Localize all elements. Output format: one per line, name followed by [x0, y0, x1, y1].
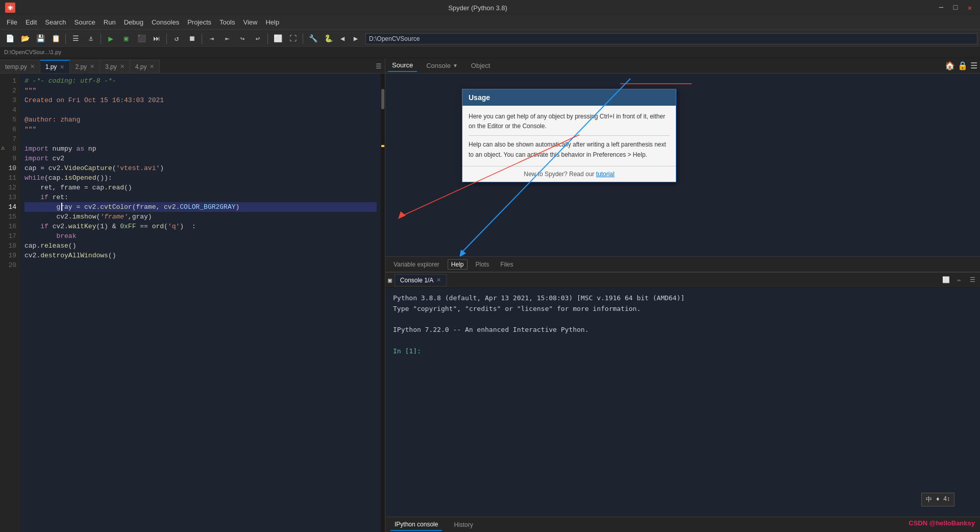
console-menu-btn[interactable]: ☰ — [967, 275, 977, 285]
stop-btn[interactable]: ⏹ — [185, 32, 199, 46]
indent-btn[interactable]: ⇥ — [205, 32, 219, 46]
line-numbers: 1 2 3 4 5 6 7 8 9 10 11 12 13 14 15 16 1… — [0, 74, 20, 532]
menu-projects[interactable]: Projects — [183, 16, 215, 28]
preferences-btn[interactable]: ☰ — [68, 32, 83, 46]
usage-footer: New to Spyder? Read our tutorial — [462, 166, 676, 182]
menu-file[interactable]: File — [3, 16, 21, 28]
open-file-btn[interactable]: 📂 — [18, 32, 32, 46]
run-cell-btn[interactable]: ▣ — [119, 32, 133, 46]
ime-indicator[interactable]: 中 ♦ 4↕ — [921, 493, 954, 506]
ime-chinese[interactable]: 中 — [926, 495, 932, 504]
close-btn[interactable]: ✕ — [965, 4, 975, 12]
code-line-10: cap = cv2.VideoCapture('vtest.avi') — [24, 163, 377, 173]
tab-history[interactable]: History — [450, 519, 477, 530]
save-file-btn[interactable]: 💾 — [33, 32, 47, 46]
ime-diamond[interactable]: ♦ — [936, 495, 939, 504]
tab-console[interactable]: Console ▼ — [422, 60, 462, 71]
run-btn[interactable]: ▶ — [104, 32, 118, 46]
forward-btn[interactable]: ▶ — [350, 33, 362, 45]
right-panel: Source Console ▼ Object 🏠 🔒 ☰ Usage — [385, 58, 980, 532]
menu-view[interactable]: View — [239, 16, 261, 28]
help-tab-bar: Source Console ▼ Object 🏠 🔒 ☰ — [385, 58, 980, 74]
console-tab-close[interactable]: ✕ — [436, 277, 441, 283]
1-py-label: 1.py — [45, 63, 57, 70]
tab-ipython-console[interactable]: IPython console — [390, 519, 442, 531]
spyder-icon-btn[interactable]: 🐍 — [321, 32, 335, 46]
ime-number[interactable]: 4↕ — [943, 495, 950, 504]
tabs-overflow-btn[interactable]: ☰ — [373, 60, 385, 73]
menu-help[interactable]: Help — [261, 16, 283, 28]
console-output[interactable]: Python 3.8.8 (default, Apr 13 2021, 15:0… — [385, 288, 980, 517]
code-line-14: gray = cv2.cvtColor(frame, cv2.COLOR_BGR… — [24, 202, 377, 212]
maximize-pane-btn[interactable]: ⬜ — [271, 32, 285, 46]
line-num-2: 2 — [0, 86, 16, 95]
help-btn[interactable]: Help — [448, 259, 468, 270]
window-controls[interactable]: ─ □ ✕ — [936, 4, 975, 12]
line-num-9: 9 — [0, 154, 16, 163]
menu-run[interactable]: Run — [100, 16, 120, 28]
code-line-18: cap.release() — [24, 241, 377, 251]
step-into-btn[interactable]: ↩ — [251, 32, 265, 46]
tab-4-py[interactable]: 4.py ✕ — [130, 60, 160, 73]
minimize-btn[interactable]: ─ — [936, 4, 946, 12]
restart-btn[interactable]: ↺ — [169, 32, 184, 46]
console-line-3: IPython 7.22.0 -- An enhanced Interactiv… — [393, 325, 972, 335]
tab-object[interactable]: Object — [467, 60, 495, 71]
step-btn[interactable]: ⏭ — [150, 32, 164, 46]
help-menu-btn[interactable]: ☰ — [970, 61, 977, 71]
debug-btn[interactable]: ⬛ — [134, 32, 149, 46]
2-py-label: 2.py — [75, 63, 87, 70]
code-line-13: if ret: — [24, 192, 377, 202]
unindent-btn[interactable]: ⇤ — [220, 32, 234, 46]
tab-4-close[interactable]: ✕ — [150, 63, 154, 70]
sep6 — [303, 34, 303, 44]
menu-tools[interactable]: Tools — [215, 16, 239, 28]
tab-console-1a[interactable]: Console 1/A ✕ — [395, 274, 447, 286]
tutorial-link[interactable]: tutorial — [596, 171, 615, 178]
tab-3-py[interactable]: 3.py ✕ — [100, 60, 130, 73]
help-lock-btn[interactable]: 🔒 — [958, 61, 968, 71]
tab-1-py[interactable]: 1.py ✕ — [40, 60, 70, 73]
help-panel-actions: 🏠 🔒 ☰ — [945, 61, 977, 71]
settings-btn[interactable]: 🔧 — [306, 32, 320, 46]
new-file-btn[interactable]: 📄 — [3, 32, 17, 46]
temp-py-label: temp.py — [5, 63, 27, 70]
files-btn[interactable]: Files — [497, 260, 516, 269]
variable-explorer-btn[interactable]: Variable explorer — [390, 260, 443, 269]
plots-btn[interactable]: Plots — [473, 260, 493, 269]
path-input[interactable] — [365, 33, 977, 44]
tab-1-close[interactable]: ✕ — [60, 64, 64, 70]
tab-temp-close[interactable]: ✕ — [30, 63, 35, 70]
help-home-btn[interactable]: 🏠 — [945, 61, 955, 71]
save-all-btn[interactable]: 📋 — [48, 32, 63, 46]
menu-debug[interactable]: Debug — [120, 16, 148, 28]
code-editor[interactable]: 1 2 3 4 5 6 7 8 9 10 11 12 13 14 15 16 1… — [0, 74, 385, 532]
step-over-btn[interactable]: ↪ — [235, 32, 250, 46]
warning-marker — [381, 145, 384, 147]
menu-search[interactable]: Search — [41, 16, 70, 28]
code-line-3: Created on Fri Oct 15 16:43:03 2021 — [24, 95, 377, 105]
full-screen-btn[interactable]: ⛶ — [286, 32, 300, 46]
back-btn[interactable]: ◀ — [336, 33, 349, 45]
code-line-16: if cv2.waitKey(1) & 0xFF == ord('q') : — [24, 222, 377, 231]
code-line-7 — [24, 134, 377, 144]
tab-3-close[interactable]: ✕ — [120, 63, 125, 70]
file-path-bar: D:\OpenCVSour...\1.py — [0, 48, 980, 58]
menu-consoles[interactable]: Consoles — [148, 16, 183, 28]
tab-2-close[interactable]: ✕ — [90, 63, 94, 70]
menu-source[interactable]: Source — [70, 16, 100, 28]
anchor-btn[interactable]: ⚓ — [84, 32, 98, 46]
sep4 — [202, 34, 202, 44]
console-square-btn[interactable]: ⬜ — [941, 275, 951, 285]
code-line-9: import cv2 — [24, 154, 377, 163]
tab-source[interactable]: Source — [388, 59, 417, 72]
tab-temp-py[interactable]: temp.py ✕ — [0, 60, 40, 73]
maximize-btn[interactable]: □ — [950, 4, 961, 12]
sep2 — [101, 34, 101, 44]
code-content[interactable]: # -*- coding: utf-8 -*- """ Created on F… — [20, 74, 381, 532]
tab-2-py[interactable]: 2.py ✕ — [70, 60, 100, 73]
line-num-13: 13 — [0, 192, 16, 202]
menu-edit[interactable]: Edit — [21, 16, 41, 28]
console-edit-btn[interactable]: ✏ — [954, 275, 964, 285]
usage-para1: Here you can get help of any object by p… — [469, 112, 670, 131]
